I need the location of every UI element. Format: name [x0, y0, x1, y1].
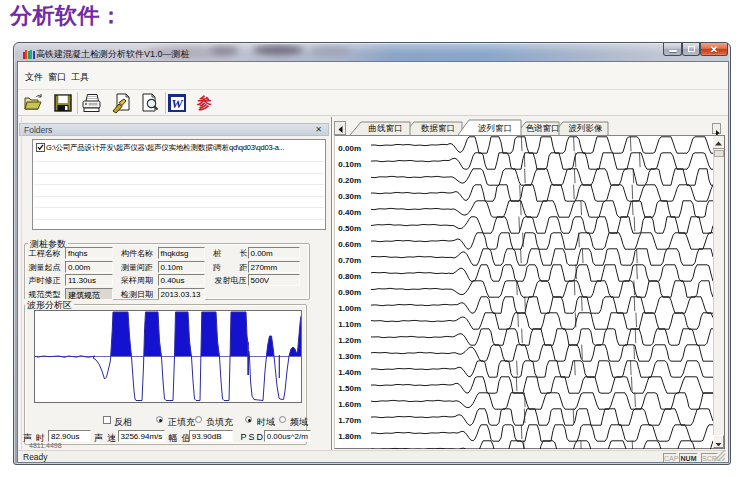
svg-text:0.20m: 0.20m — [338, 176, 361, 185]
svg-text:0.60m: 0.60m — [338, 240, 361, 249]
svg-text:0.10m: 0.10m — [338, 160, 361, 169]
svg-text:0.50m: 0.50m — [338, 224, 361, 233]
svg-text:0.70m: 0.70m — [338, 256, 361, 265]
svg-text:1.10m: 1.10m — [338, 320, 361, 329]
svg-text:0.90m: 0.90m — [338, 288, 361, 297]
svg-text:波列影像: 波列影像 — [569, 123, 604, 133]
svg-text:1.70m: 1.70m — [338, 416, 361, 425]
svg-text:0.40m: 0.40m — [338, 208, 361, 217]
svg-text:0.30m: 0.30m — [338, 192, 361, 201]
svg-text:1.80m: 1.80m — [338, 432, 361, 441]
svg-text:1.50m: 1.50m — [338, 384, 361, 393]
svg-text:0.80m: 0.80m — [338, 272, 361, 281]
svg-text:数据窗口: 数据窗口 — [421, 123, 455, 133]
svg-text:1.40m: 1.40m — [338, 368, 361, 377]
svg-text:1.60m: 1.60m — [338, 400, 361, 409]
svg-text:1.00m: 1.00m — [338, 304, 361, 313]
svg-text:色谱窗口: 色谱窗口 — [526, 123, 560, 133]
svg-text:0.00m: 0.00m — [338, 144, 361, 153]
svg-text:1.20m: 1.20m — [338, 336, 361, 345]
svg-text:1.30m: 1.30m — [338, 352, 361, 361]
svg-text:波列窗口: 波列窗口 — [478, 123, 512, 133]
svg-text:曲线窗口: 曲线窗口 — [369, 123, 403, 133]
